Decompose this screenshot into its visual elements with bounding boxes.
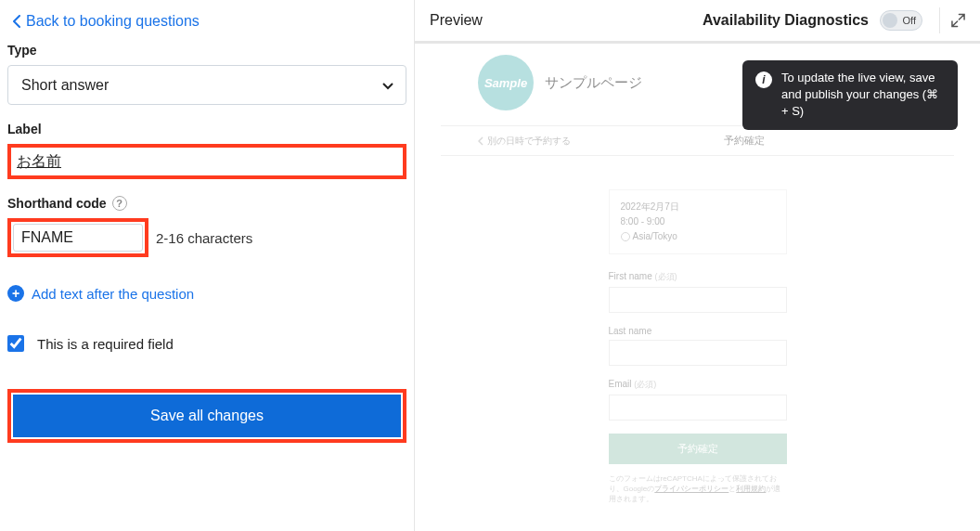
type-select[interactable]: Short answer	[7, 65, 406, 105]
booking-time: 8:00 - 9:00	[621, 214, 775, 229]
toggle-state-label: Off	[903, 15, 916, 26]
toggle-knob	[883, 13, 897, 28]
confirm-button: 予約確定	[609, 434, 787, 464]
add-text-after-question-link[interactable]: + Add text after the question	[7, 285, 194, 302]
preview-header: Preview Availability Diagnostics Off	[415, 0, 980, 44]
last-name-label: Last name	[609, 326, 787, 336]
diagnostics-toggle[interactable]: Off	[880, 10, 922, 31]
recaptcha-notice: このフォームはreCAPTCHAによって保護されており、Googleのプライバシ…	[609, 473, 787, 505]
shorthand-input[interactable]	[13, 224, 143, 252]
expand-icon	[951, 13, 965, 28]
chevron-left-icon	[13, 15, 20, 28]
diagnostics-label: Availability Diagnostics	[703, 12, 869, 29]
sample-back-link: 別の日時で予約する	[478, 135, 571, 148]
label-highlight	[7, 144, 406, 179]
label-input[interactable]	[13, 149, 401, 174]
first-name-input	[609, 287, 787, 313]
expand-preview-button[interactable]	[939, 7, 965, 33]
chevron-left-icon	[478, 136, 484, 146]
type-label: Type	[7, 43, 406, 58]
shorthand-hint: 2-16 characters	[156, 230, 252, 246]
editor-panel: Back to booking questions Type Short ans…	[0, 0, 414, 531]
booking-date: 2022年2月7日	[621, 200, 775, 214]
back-to-questions-link[interactable]: Back to booking questions	[7, 13, 200, 30]
plus-circle-icon: +	[7, 285, 24, 302]
terms-link: 利用規約	[736, 485, 766, 493]
help-icon[interactable]: ?	[112, 196, 127, 211]
preview-title: Preview	[430, 12, 691, 29]
sample-header-title: 予約確定	[571, 134, 917, 148]
save-highlight: Save all changes	[7, 389, 406, 443]
info-icon: i	[755, 71, 772, 88]
globe-icon	[621, 232, 630, 241]
label-label: Label	[7, 122, 406, 136]
email-label: Email (必須)	[609, 379, 787, 391]
save-publish-tooltip: i To update the live view, save and publ…	[742, 60, 958, 130]
last-name-input	[609, 340, 787, 366]
sample-page-title: サンプルページ	[545, 74, 642, 92]
booking-summary: 2022年2月7日 8:00 - 9:00 Asia/Tokyo	[609, 189, 787, 254]
booking-tz: Asia/Tokyo	[621, 229, 775, 244]
first-name-label: First name (必須)	[609, 271, 787, 283]
email-input	[609, 395, 787, 421]
privacy-link: プライバシーポリシー	[654, 485, 729, 493]
add-text-label: Add text after the question	[32, 286, 194, 302]
tooltip-text: To update the live view, save and publis…	[781, 70, 945, 121]
required-checkbox[interactable]	[7, 335, 24, 352]
save-all-changes-button[interactable]: Save all changes	[13, 395, 401, 437]
required-label: This is a required field	[37, 336, 174, 352]
back-link-text: Back to booking questions	[26, 13, 200, 30]
shorthand-highlight	[7, 218, 148, 257]
preview-panel: Preview Availability Diagnostics Off i T…	[414, 0, 980, 531]
shorthand-label: Shorthand code ?	[7, 196, 406, 211]
sample-logo: Sample	[478, 55, 534, 110]
